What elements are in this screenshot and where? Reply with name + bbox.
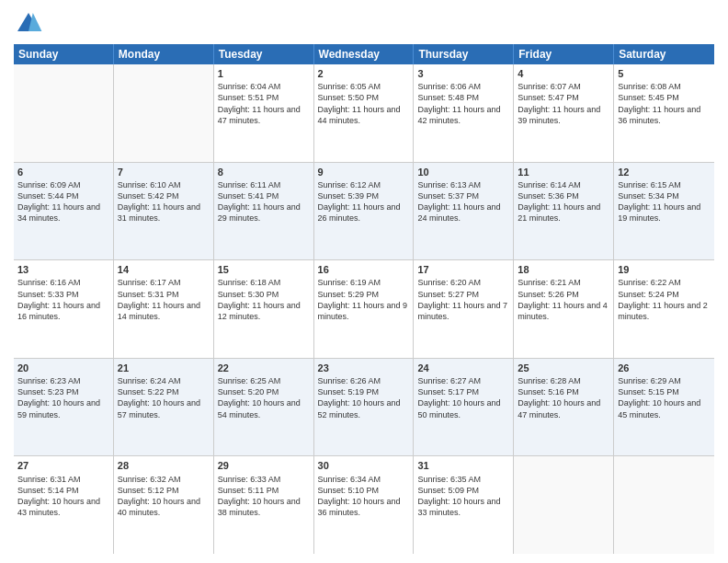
day-number: 30 — [318, 459, 410, 472]
calendar-row: 20Sunrise: 6:23 AM Sunset: 5:23 PM Dayli… — [14, 359, 714, 457]
cell-text: Sunrise: 6:31 AM Sunset: 5:14 PM Dayligh… — [17, 474, 109, 519]
calendar-cell — [614, 456, 714, 554]
calendar-cell — [114, 64, 214, 162]
cell-text: Sunrise: 6:21 AM Sunset: 5:26 PM Dayligh… — [518, 277, 609, 322]
day-number: 31 — [417, 459, 509, 472]
calendar-cell: 29Sunrise: 6:33 AM Sunset: 5:11 PM Dayli… — [214, 456, 314, 554]
day-number: 17 — [417, 263, 509, 276]
calendar-cell: 17Sunrise: 6:20 AM Sunset: 5:27 PM Dayli… — [414, 260, 514, 358]
calendar: SundayMondayTuesdayWednesdayThursdayFrid… — [14, 44, 714, 554]
cell-text: Sunrise: 6:19 AM Sunset: 5:29 PM Dayligh… — [318, 277, 410, 322]
calendar-cell: 12Sunrise: 6:15 AM Sunset: 5:34 PM Dayli… — [614, 163, 714, 260]
calendar-cell: 7Sunrise: 6:10 AM Sunset: 5:42 PM Daylig… — [114, 163, 214, 260]
cell-text: Sunrise: 6:13 AM Sunset: 5:37 PM Dayligh… — [417, 179, 509, 224]
calendar-cell: 1Sunrise: 6:04 AM Sunset: 5:51 PM Daylig… — [214, 64, 314, 162]
cell-text: Sunrise: 6:25 AM Sunset: 5:20 PM Dayligh… — [218, 375, 310, 420]
calendar-row: 27Sunrise: 6:31 AM Sunset: 5:14 PM Dayli… — [14, 456, 714, 554]
cell-text: Sunrise: 6:08 AM Sunset: 5:45 PM Dayligh… — [618, 81, 711, 126]
calendar-cell: 10Sunrise: 6:13 AM Sunset: 5:37 PM Dayli… — [414, 163, 514, 260]
calendar-cell: 15Sunrise: 6:18 AM Sunset: 5:30 PM Dayli… — [214, 260, 314, 358]
day-number: 13 — [17, 263, 109, 276]
page: SundayMondayTuesdayWednesdayThursdayFrid… — [0, 0, 728, 563]
cell-text: Sunrise: 6:28 AM Sunset: 5:16 PM Dayligh… — [518, 375, 609, 420]
cell-text: Sunrise: 6:04 AM Sunset: 5:51 PM Dayligh… — [218, 81, 310, 126]
calendar-cell: 31Sunrise: 6:35 AM Sunset: 5:09 PM Dayli… — [414, 456, 514, 554]
cell-text: Sunrise: 6:17 AM Sunset: 5:31 PM Dayligh… — [118, 277, 210, 322]
calendar-row: 1Sunrise: 6:04 AM Sunset: 5:51 PM Daylig… — [14, 64, 714, 163]
cell-text: Sunrise: 6:18 AM Sunset: 5:30 PM Dayligh… — [218, 277, 310, 322]
day-number: 2 — [318, 67, 410, 80]
day-number: 3 — [417, 67, 509, 80]
calendar-cell: 16Sunrise: 6:19 AM Sunset: 5:29 PM Dayli… — [314, 260, 415, 358]
calendar-cell: 27Sunrise: 6:31 AM Sunset: 5:14 PM Dayli… — [14, 456, 114, 554]
day-number: 29 — [218, 459, 310, 472]
cell-text: Sunrise: 6:32 AM Sunset: 5:12 PM Dayligh… — [118, 474, 210, 519]
day-number: 9 — [318, 166, 410, 178]
day-number: 5 — [618, 67, 711, 80]
calendar-row: 6Sunrise: 6:09 AM Sunset: 5:44 PM Daylig… — [14, 163, 714, 261]
cell-text: Sunrise: 6:14 AM Sunset: 5:36 PM Dayligh… — [518, 179, 609, 224]
day-number: 25 — [518, 362, 609, 374]
calendar-cell: 20Sunrise: 6:23 AM Sunset: 5:23 PM Dayli… — [14, 359, 114, 456]
day-number: 10 — [417, 166, 509, 178]
calendar-cell: 24Sunrise: 6:27 AM Sunset: 5:17 PM Dayli… — [414, 359, 514, 456]
header-cell-saturday: Saturday — [614, 44, 714, 64]
day-number: 14 — [118, 263, 210, 276]
calendar-cell: 25Sunrise: 6:28 AM Sunset: 5:16 PM Dayli… — [514, 359, 614, 456]
cell-text: Sunrise: 6:34 AM Sunset: 5:10 PM Dayligh… — [318, 474, 410, 519]
cell-text: Sunrise: 6:09 AM Sunset: 5:44 PM Dayligh… — [17, 179, 109, 224]
day-number: 8 — [218, 166, 310, 178]
calendar-cell: 8Sunrise: 6:11 AM Sunset: 5:41 PM Daylig… — [214, 163, 314, 260]
day-number: 7 — [118, 166, 210, 178]
calendar-body: 1Sunrise: 6:04 AM Sunset: 5:51 PM Daylig… — [14, 64, 714, 554]
calendar-cell: 6Sunrise: 6:09 AM Sunset: 5:44 PM Daylig… — [14, 163, 114, 260]
header-cell-wednesday: Wednesday — [314, 44, 415, 64]
calendar-header: SundayMondayTuesdayWednesdayThursdayFrid… — [14, 44, 714, 64]
day-number: 21 — [118, 362, 210, 374]
day-number: 28 — [118, 459, 210, 472]
cell-text: Sunrise: 6:35 AM Sunset: 5:09 PM Dayligh… — [417, 474, 509, 519]
cell-text: Sunrise: 6:26 AM Sunset: 5:19 PM Dayligh… — [318, 375, 410, 420]
cell-text: Sunrise: 6:05 AM Sunset: 5:50 PM Dayligh… — [318, 81, 410, 126]
day-number: 1 — [218, 67, 310, 80]
day-number: 15 — [218, 263, 310, 276]
header — [14, 9, 714, 39]
calendar-cell: 26Sunrise: 6:29 AM Sunset: 5:15 PM Dayli… — [614, 359, 714, 456]
day-number: 19 — [618, 263, 711, 276]
day-number: 24 — [417, 362, 509, 374]
logo-icon — [14, 9, 43, 39]
day-number: 23 — [318, 362, 410, 374]
calendar-cell: 14Sunrise: 6:17 AM Sunset: 5:31 PM Dayli… — [114, 260, 214, 358]
cell-text: Sunrise: 6:23 AM Sunset: 5:23 PM Dayligh… — [17, 375, 109, 420]
calendar-cell: 22Sunrise: 6:25 AM Sunset: 5:20 PM Dayli… — [214, 359, 314, 456]
day-number: 4 — [518, 67, 609, 80]
calendar-cell — [14, 64, 114, 162]
cell-text: Sunrise: 6:15 AM Sunset: 5:34 PM Dayligh… — [618, 179, 711, 224]
calendar-cell: 9Sunrise: 6:12 AM Sunset: 5:39 PM Daylig… — [314, 163, 415, 260]
header-cell-sunday: Sunday — [14, 44, 114, 64]
calendar-cell: 19Sunrise: 6:22 AM Sunset: 5:24 PM Dayli… — [614, 260, 714, 358]
calendar-cell: 13Sunrise: 6:16 AM Sunset: 5:33 PM Dayli… — [14, 260, 114, 358]
calendar-cell: 30Sunrise: 6:34 AM Sunset: 5:10 PM Dayli… — [314, 456, 415, 554]
cell-text: Sunrise: 6:07 AM Sunset: 5:47 PM Dayligh… — [518, 81, 609, 126]
cell-text: Sunrise: 6:06 AM Sunset: 5:48 PM Dayligh… — [417, 81, 509, 126]
cell-text: Sunrise: 6:27 AM Sunset: 5:17 PM Dayligh… — [417, 375, 509, 420]
calendar-cell: 18Sunrise: 6:21 AM Sunset: 5:26 PM Dayli… — [514, 260, 614, 358]
calendar-cell: 28Sunrise: 6:32 AM Sunset: 5:12 PM Dayli… — [114, 456, 214, 554]
cell-text: Sunrise: 6:11 AM Sunset: 5:41 PM Dayligh… — [218, 179, 310, 224]
logo — [14, 9, 47, 39]
cell-text: Sunrise: 6:22 AM Sunset: 5:24 PM Dayligh… — [618, 277, 711, 322]
calendar-row: 13Sunrise: 6:16 AM Sunset: 5:33 PM Dayli… — [14, 260, 714, 359]
calendar-cell — [514, 456, 614, 554]
calendar-cell: 5Sunrise: 6:08 AM Sunset: 5:45 PM Daylig… — [614, 64, 714, 162]
calendar-cell: 2Sunrise: 6:05 AM Sunset: 5:50 PM Daylig… — [314, 64, 415, 162]
calendar-cell: 23Sunrise: 6:26 AM Sunset: 5:19 PM Dayli… — [314, 359, 415, 456]
day-number: 12 — [618, 166, 711, 178]
cell-text: Sunrise: 6:24 AM Sunset: 5:22 PM Dayligh… — [118, 375, 210, 420]
header-cell-monday: Monday — [114, 44, 214, 64]
cell-text: Sunrise: 6:10 AM Sunset: 5:42 PM Dayligh… — [118, 179, 210, 224]
calendar-cell: 3Sunrise: 6:06 AM Sunset: 5:48 PM Daylig… — [414, 64, 514, 162]
cell-text: Sunrise: 6:16 AM Sunset: 5:33 PM Dayligh… — [17, 277, 109, 322]
cell-text: Sunrise: 6:12 AM Sunset: 5:39 PM Dayligh… — [318, 179, 410, 224]
day-number: 27 — [17, 459, 109, 472]
